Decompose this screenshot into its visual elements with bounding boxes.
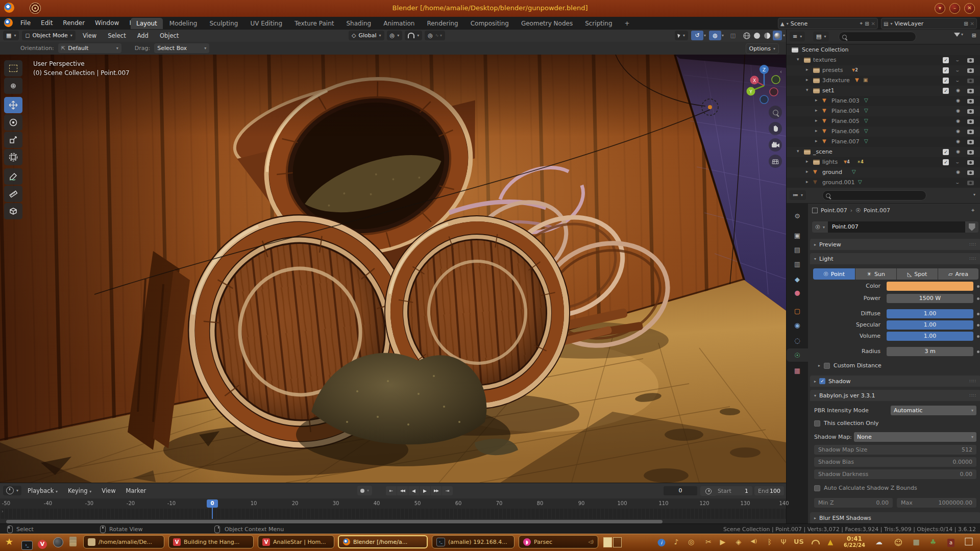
viewlayer-selector[interactable]: ▤▾ ViewLayer ⊞ ✕ — [881, 18, 977, 29]
outliner-item-label[interactable]: 3dtexture — [822, 77, 850, 84]
eye-closed-icon[interactable]: ⌣ — [956, 58, 959, 63]
animate-dot[interactable] — [977, 285, 979, 288]
tray-dictionary-icon[interactable]: a — [947, 538, 954, 547]
timeline-ruler[interactable]: -50 -40 -30 -20 -10 10 20 30 40 50 60 70… — [0, 498, 786, 509]
orientation-setting-dropdown[interactable]: ⇱ Default ▾ — [58, 43, 121, 53]
eye-open-icon[interactable]: ◉ — [956, 88, 960, 93]
terminal-launcher-icon[interactable]: ›_ — [21, 538, 33, 550]
outliner-item-label[interactable]: set1 — [822, 87, 835, 94]
outliner-row-plane003[interactable]: ▸ ▼ Plane.003 ▽ ◉ — [787, 96, 980, 106]
camera-visibility-icon[interactable] — [967, 140, 974, 144]
outliner-row-scene-collection[interactable]: Scene Collection — [787, 45, 980, 55]
camera-disabled-icon[interactable] — [967, 181, 974, 185]
new-scene-icon[interactable]: ⊞ — [865, 21, 869, 27]
camera-visibility-icon[interactable] — [967, 68, 974, 73]
tool-scale[interactable] — [4, 132, 22, 148]
tab-add-workspace[interactable]: + — [619, 18, 635, 29]
tool-cursor[interactable]: ⊕ — [4, 78, 22, 94]
outliner-item-label[interactable]: Plane.005 — [831, 118, 860, 124]
eye-open-icon[interactable]: ◉ — [956, 118, 960, 123]
shading-rendered-icon[interactable] — [773, 31, 782, 40]
eye-closed-icon[interactable]: ⌣ — [956, 180, 959, 186]
tab-animation[interactable]: Animation — [378, 18, 420, 29]
tab-rendering[interactable]: Rendering — [421, 18, 463, 29]
light-type-spot[interactable]: ◺Spot — [897, 268, 938, 280]
properties-options-chevron[interactable]: ▾ — [973, 192, 975, 197]
outliner-row-scene[interactable]: ▾ _scene ✓ ◉ — [787, 147, 980, 157]
disclosure-closed-icon[interactable]: ▸ — [815, 128, 818, 133]
camera-visibility-icon[interactable] — [967, 109, 974, 114]
pan-view-button[interactable] — [769, 122, 782, 135]
tool-rotate[interactable] — [4, 114, 22, 131]
navigation-axis-gizmo[interactable]: Z X Y — [744, 60, 785, 104]
light-type-sun[interactable]: ☀Sun — [855, 268, 896, 280]
tray-updates-icon[interactable]: ▲ — [828, 538, 834, 546]
outliner-row-lights[interactable]: ▸ lights ▼4 ☀4 ✓ ⌣ — [787, 157, 980, 167]
next-keyframe-button[interactable]: ▶▶ — [431, 486, 442, 495]
tray-bluetooth-icon[interactable]: ᛒ — [768, 538, 772, 546]
tab-constraints[interactable]: ◉ — [787, 318, 808, 332]
properties-editor-type-button[interactable]: ≔▾ — [790, 190, 806, 200]
eye-open-icon[interactable]: ◉ — [956, 98, 960, 103]
camera-disabled-icon[interactable] — [967, 79, 974, 83]
breadcrumb-data[interactable]: Point.007 — [864, 207, 890, 214]
auto-calc-row[interactable]: Auto Calculate Shadow Z Bounds — [814, 485, 917, 491]
drag-setting-dropdown[interactable]: Select Box ▾ — [154, 43, 209, 53]
zoom-view-button[interactable] — [769, 106, 782, 119]
outliner-row-ground001[interactable]: ▸ ▼ ground.001 ▽ ⌣ — [787, 178, 980, 188]
proportional-editing-toggle[interactable]: ◎∿ ▾ — [425, 31, 445, 40]
play-button[interactable]: ▶ — [420, 486, 430, 495]
properties-search-input[interactable] — [822, 190, 926, 201]
light-type-point[interactable]: ☉Point — [813, 268, 855, 280]
tab-compositing[interactable]: Compositing — [465, 18, 514, 29]
viewport-menu-select[interactable]: Select — [104, 32, 130, 39]
eye-open-icon[interactable]: ◉ — [956, 169, 960, 174]
shadow-checkbox[interactable]: ✓ — [819, 378, 825, 384]
mode-dropdown[interactable]: ◻ Object Mode ▾ — [22, 31, 75, 40]
tab-texture[interactable]: ▦ — [787, 364, 808, 377]
snap-toggle[interactable]: ▾ — [405, 31, 422, 40]
outliner-filter-button[interactable]: ▾ — [954, 32, 963, 37]
outliner-row-plane004[interactable]: ▸ ▼ Plane.004 ▽ ◉ — [787, 106, 980, 116]
end-frame-field[interactable]: End100 — [754, 486, 784, 495]
datablock-name-input[interactable]: Point.007 — [828, 221, 965, 233]
preview-panel-header[interactable]: ▸Preview ∷∷ — [810, 239, 980, 250]
pin-icon[interactable]: ⌖ — [860, 20, 863, 27]
unlink-scene-icon[interactable]: ✕ — [871, 21, 875, 27]
current-frame-field[interactable]: 0 — [664, 486, 697, 495]
viewlayer-name[interactable]: ViewLayer — [894, 20, 962, 27]
tab-render[interactable]: ▣ — [787, 229, 808, 242]
pbr-intensity-dropdown[interactable]: Automatic▾ — [891, 406, 976, 415]
new-viewlayer-icon[interactable]: ⊞ — [964, 21, 968, 27]
camera-visibility-icon[interactable] — [967, 130, 974, 134]
pivot-point-dropdown[interactable]: ◎▾ — [387, 31, 403, 40]
tab-physics[interactable]: ◌ — [787, 334, 808, 347]
camera-visibility-icon[interactable] — [967, 160, 974, 165]
taskbar-window-blender[interactable]: Blender [/home/a... — [338, 535, 428, 548]
outliner-row-set1[interactable]: ▾ set1 ✓ ◉ — [787, 86, 980, 96]
eye-open-icon[interactable]: ◉ — [956, 108, 960, 113]
tool-add-cube[interactable] — [4, 203, 22, 219]
tab-sculpting[interactable]: Sculpting — [204, 18, 243, 29]
taskbar-window-parsec[interactable]: ◗ Parsec ◁) — [519, 535, 598, 548]
outliner-item-label[interactable]: textures — [813, 57, 836, 63]
tray-keyboard-layout[interactable]: US — [794, 538, 804, 545]
outliner-filter-mode-button[interactable]: ▤▾ — [813, 32, 829, 41]
3d-viewport[interactable]: User Perspective (0) Scene Collection | … — [0, 55, 786, 483]
outliner-row-textures[interactable]: ▾ textures ✓ ⌣ — [787, 55, 980, 65]
timeline-menu-marker[interactable]: Marker — [122, 487, 151, 494]
light-type-area[interactable]: ▱Area — [938, 268, 978, 280]
tab-object[interactable]: ▢ — [787, 304, 808, 317]
tab-shading[interactable]: Shading — [340, 18, 377, 29]
outliner-item-label[interactable]: Plane.007 — [831, 138, 860, 145]
disclosure-closed-icon[interactable]: ▸ — [815, 97, 818, 103]
show-overlays-toggle[interactable]: ◍ — [709, 31, 721, 40]
remove-viewlayer-icon[interactable]: ✕ — [970, 21, 974, 27]
collection-checkbox[interactable]: ✓ — [943, 78, 949, 84]
tab-tool[interactable]: ⚙ — [787, 209, 808, 222]
tray-music-icon[interactable]: ♪ — [674, 538, 679, 546]
disclosure-closed-icon[interactable]: ▸ — [806, 169, 808, 174]
collection-checkbox[interactable]: ✓ — [943, 159, 949, 165]
tool-measure[interactable] — [4, 186, 22, 202]
custom-distance-subpanel[interactable]: ▸ Custom Distance — [818, 362, 881, 369]
